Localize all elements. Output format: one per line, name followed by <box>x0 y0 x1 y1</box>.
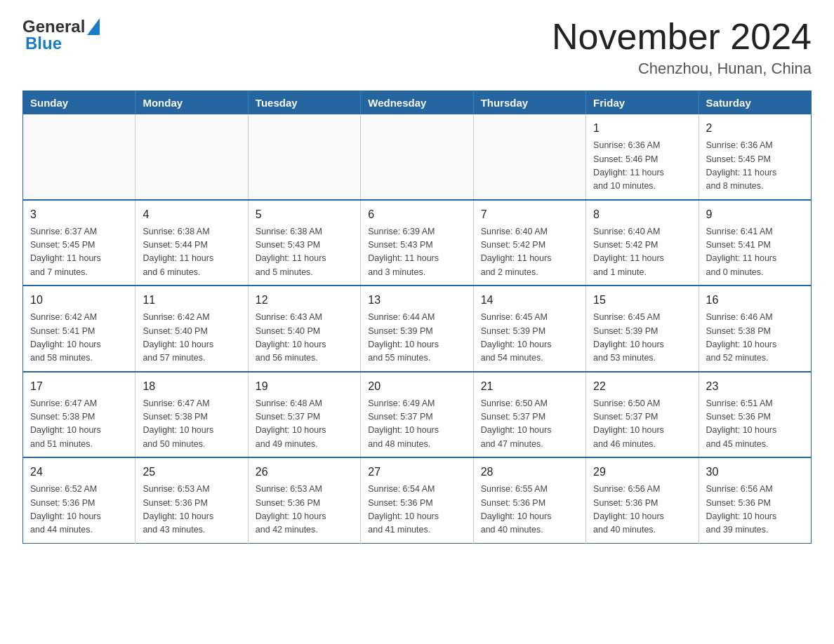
calendar-cell: 26Sunrise: 6:53 AMSunset: 5:36 PMDayligh… <box>248 457 360 543</box>
calendar-cell: 19Sunrise: 6:48 AMSunset: 5:37 PMDayligh… <box>248 372 360 458</box>
day-info: Sunrise: 6:53 AMSunset: 5:36 PMDaylight:… <box>256 483 353 537</box>
day-number: 24 <box>30 464 128 481</box>
weekday-header-sunday: Sunday <box>23 91 135 115</box>
calendar-cell: 15Sunrise: 6:45 AMSunset: 5:39 PMDayligh… <box>586 286 699 372</box>
day-number: 30 <box>706 464 804 481</box>
day-info: Sunrise: 6:48 AMSunset: 5:37 PMDaylight:… <box>256 397 353 452</box>
day-info: Sunrise: 6:42 AMSunset: 5:41 PMDaylight:… <box>30 311 128 365</box>
calendar-cell: 24Sunrise: 6:52 AMSunset: 5:36 PMDayligh… <box>23 457 135 543</box>
calendar-week-row: 1Sunrise: 6:36 AMSunset: 5:46 PMDaylight… <box>23 114 812 200</box>
calendar-cell: 14Sunrise: 6:45 AMSunset: 5:39 PMDayligh… <box>473 286 585 372</box>
day-number: 17 <box>30 378 128 395</box>
day-info: Sunrise: 6:43 AMSunset: 5:40 PMDaylight:… <box>256 311 353 365</box>
calendar-cell <box>23 114 135 200</box>
calendar-cell <box>248 114 360 200</box>
weekday-header-thursday: Thursday <box>473 91 585 115</box>
weekday-header-monday: Monday <box>135 91 248 115</box>
day-number: 14 <box>481 292 578 309</box>
calendar-cell: 13Sunrise: 6:44 AMSunset: 5:39 PMDayligh… <box>361 286 473 372</box>
calendar-table: SundayMondayTuesdayWednesdayThursdayFrid… <box>22 90 812 544</box>
day-info: Sunrise: 6:55 AMSunset: 5:36 PMDaylight:… <box>481 483 578 537</box>
day-number: 29 <box>593 464 691 481</box>
day-number: 7 <box>481 206 578 223</box>
calendar-week-row: 10Sunrise: 6:42 AMSunset: 5:41 PMDayligh… <box>23 286 812 372</box>
day-number: 27 <box>368 464 465 481</box>
day-info: Sunrise: 6:44 AMSunset: 5:39 PMDaylight:… <box>368 311 465 365</box>
day-info: Sunrise: 6:45 AMSunset: 5:39 PMDaylight:… <box>593 311 691 365</box>
day-number: 1 <box>593 120 691 137</box>
location-title: Chenzhou, Hunan, China <box>552 60 812 78</box>
calendar-week-row: 24Sunrise: 6:52 AMSunset: 5:36 PMDayligh… <box>23 457 812 543</box>
day-number: 11 <box>143 292 240 309</box>
calendar-cell <box>135 114 248 200</box>
calendar-cell: 9Sunrise: 6:41 AMSunset: 5:41 PMDaylight… <box>699 200 811 286</box>
calendar-header: SundayMondayTuesdayWednesdayThursdayFrid… <box>23 91 812 115</box>
day-info: Sunrise: 6:45 AMSunset: 5:39 PMDaylight:… <box>481 311 578 365</box>
day-number: 28 <box>481 464 578 481</box>
calendar-cell: 17Sunrise: 6:47 AMSunset: 5:38 PMDayligh… <box>23 372 135 458</box>
day-number: 19 <box>256 378 353 395</box>
day-info: Sunrise: 6:56 AMSunset: 5:36 PMDaylight:… <box>706 483 804 537</box>
day-info: Sunrise: 6:47 AMSunset: 5:38 PMDaylight:… <box>30 397 128 452</box>
calendar-cell: 7Sunrise: 6:40 AMSunset: 5:42 PMDaylight… <box>473 200 585 286</box>
day-info: Sunrise: 6:42 AMSunset: 5:40 PMDaylight:… <box>143 311 240 365</box>
calendar-cell: 22Sunrise: 6:50 AMSunset: 5:37 PMDayligh… <box>586 372 699 458</box>
day-number: 12 <box>256 292 353 309</box>
svg-marker-0 <box>87 18 100 35</box>
calendar-week-row: 17Sunrise: 6:47 AMSunset: 5:38 PMDayligh… <box>23 372 812 458</box>
calendar-cell: 12Sunrise: 6:43 AMSunset: 5:40 PMDayligh… <box>248 286 360 372</box>
day-number: 5 <box>256 206 353 223</box>
day-info: Sunrise: 6:50 AMSunset: 5:37 PMDaylight:… <box>593 397 691 452</box>
logo: General Blue <box>22 17 100 53</box>
day-info: Sunrise: 6:52 AMSunset: 5:36 PMDaylight:… <box>30 483 128 537</box>
day-number: 3 <box>30 206 128 223</box>
day-number: 25 <box>143 464 240 481</box>
weekday-header-row: SundayMondayTuesdayWednesdayThursdayFrid… <box>23 91 812 115</box>
calendar-cell: 5Sunrise: 6:38 AMSunset: 5:43 PMDaylight… <box>248 200 360 286</box>
calendar-cell: 25Sunrise: 6:53 AMSunset: 5:36 PMDayligh… <box>135 457 248 543</box>
day-info: Sunrise: 6:49 AMSunset: 5:37 PMDaylight:… <box>368 397 465 452</box>
day-number: 10 <box>30 292 128 309</box>
day-number: 22 <box>593 378 691 395</box>
day-number: 15 <box>593 292 691 309</box>
weekday-header-saturday: Saturday <box>699 91 811 115</box>
day-number: 6 <box>368 206 465 223</box>
page-header: General Blue November 2024 Chenzhou, Hun… <box>22 17 812 78</box>
calendar-cell: 28Sunrise: 6:55 AMSunset: 5:36 PMDayligh… <box>473 457 585 543</box>
calendar-cell: 8Sunrise: 6:40 AMSunset: 5:42 PMDaylight… <box>586 200 699 286</box>
day-number: 23 <box>706 378 804 395</box>
day-number: 21 <box>481 378 578 395</box>
day-info: Sunrise: 6:56 AMSunset: 5:36 PMDaylight:… <box>593 483 691 537</box>
logo-blue-text: Blue <box>25 34 62 53</box>
calendar-cell <box>361 114 473 200</box>
day-info: Sunrise: 6:46 AMSunset: 5:38 PMDaylight:… <box>706 311 804 365</box>
calendar-cell: 30Sunrise: 6:56 AMSunset: 5:36 PMDayligh… <box>699 457 811 543</box>
calendar-cell: 21Sunrise: 6:50 AMSunset: 5:37 PMDayligh… <box>473 372 585 458</box>
day-info: Sunrise: 6:37 AMSunset: 5:45 PMDaylight:… <box>30 225 128 280</box>
calendar-cell: 2Sunrise: 6:36 AMSunset: 5:45 PMDaylight… <box>699 114 811 200</box>
calendar-cell: 16Sunrise: 6:46 AMSunset: 5:38 PMDayligh… <box>699 286 811 372</box>
day-number: 4 <box>143 206 240 223</box>
day-info: Sunrise: 6:53 AMSunset: 5:36 PMDaylight:… <box>143 483 240 537</box>
day-info: Sunrise: 6:50 AMSunset: 5:37 PMDaylight:… <box>481 397 578 452</box>
day-number: 20 <box>368 378 465 395</box>
day-info: Sunrise: 6:38 AMSunset: 5:44 PMDaylight:… <box>143 225 240 280</box>
day-info: Sunrise: 6:40 AMSunset: 5:42 PMDaylight:… <box>593 225 691 280</box>
calendar-cell: 27Sunrise: 6:54 AMSunset: 5:36 PMDayligh… <box>361 457 473 543</box>
calendar-cell: 23Sunrise: 6:51 AMSunset: 5:36 PMDayligh… <box>699 372 811 458</box>
day-info: Sunrise: 6:39 AMSunset: 5:43 PMDaylight:… <box>368 225 465 280</box>
day-info: Sunrise: 6:41 AMSunset: 5:41 PMDaylight:… <box>706 225 804 280</box>
calendar-week-row: 3Sunrise: 6:37 AMSunset: 5:45 PMDaylight… <box>23 200 812 286</box>
day-info: Sunrise: 6:47 AMSunset: 5:38 PMDaylight:… <box>143 397 240 452</box>
calendar-cell: 29Sunrise: 6:56 AMSunset: 5:36 PMDayligh… <box>586 457 699 543</box>
calendar-cell: 18Sunrise: 6:47 AMSunset: 5:38 PMDayligh… <box>135 372 248 458</box>
day-number: 13 <box>368 292 465 309</box>
calendar-cell: 10Sunrise: 6:42 AMSunset: 5:41 PMDayligh… <box>23 286 135 372</box>
weekday-header-tuesday: Tuesday <box>248 91 360 115</box>
calendar-cell <box>473 114 585 200</box>
header-right: November 2024 Chenzhou, Hunan, China <box>552 17 812 78</box>
day-number: 26 <box>256 464 353 481</box>
month-title: November 2024 <box>552 17 812 57</box>
weekday-header-friday: Friday <box>586 91 699 115</box>
calendar-cell: 4Sunrise: 6:38 AMSunset: 5:44 PMDaylight… <box>135 200 248 286</box>
